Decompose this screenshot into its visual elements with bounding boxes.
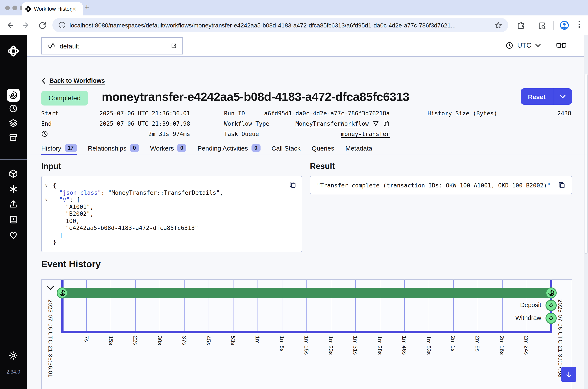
namespace-selector[interactable]: default: [41, 37, 183, 55]
url-text[interactable]: localhost:8080/namespaces/default/workfl…: [69, 22, 494, 29]
meta-value: 2025-07-06 UTC 21:36:36.01: [99, 110, 190, 117]
result-box: "Transfer complete (transaction IDs: OKW…: [310, 176, 572, 194]
sidebar-item-namespaces[interactable]: [0, 169, 27, 178]
tick-label: 1m 23s: [328, 336, 334, 355]
tick-label: 2m 16s: [499, 336, 505, 355]
meta-label: Workflow Type: [224, 120, 269, 127]
status-badge: Completed: [41, 91, 88, 105]
workflow-title: moneytransfer-e4242aa5-b08d-4183-a472-df…: [102, 90, 409, 104]
sidebar-item-nexus[interactable]: [0, 184, 27, 194]
tab-close-icon[interactable]: ×: [72, 5, 76, 12]
tick-label: 37s: [181, 336, 188, 345]
back-to-workflows-link[interactable]: Back to Workflows: [42, 77, 105, 84]
tab-search-icon[interactable]: [538, 21, 546, 30]
tab-label: Call Stack: [272, 144, 300, 152]
tab-count-badge: 17: [65, 144, 77, 152]
browser-toolbar: localhost:8080/namespaces/default/workfl…: [0, 15, 588, 35]
sidebar-item-workflows[interactable]: [0, 89, 27, 102]
copy-icon[interactable]: [383, 120, 390, 127]
timeline-start-timestamp: 2025-07-06 UTC 21:36:36.01: [47, 299, 54, 377]
gridline: [160, 280, 160, 331]
tab-pending-activities[interactable]: Pending Activities0: [197, 143, 260, 154]
result-heading: Result: [310, 162, 335, 171]
json-text: "B2002",: [66, 210, 94, 217]
new-tab-button[interactable]: +: [85, 2, 89, 12]
namespace-open-button[interactable]: [165, 38, 182, 54]
gridline: [86, 280, 87, 331]
json-line: "B2002",: [42, 210, 302, 217]
version-label: 2.34.0: [0, 369, 27, 374]
labs-mode-toggle[interactable]: [556, 35, 567, 56]
profile-avatar-icon[interactable]: [560, 21, 569, 30]
tab-queries[interactable]: Queries: [311, 143, 334, 154]
temporal-logo-icon[interactable]: [0, 45, 27, 57]
reset-menu-button[interactable]: [553, 88, 572, 105]
tab-count-badge: 0: [130, 144, 139, 152]
tab-history[interactable]: History17: [41, 143, 77, 155]
sidebar-item-schedules[interactable]: [0, 104, 27, 113]
json-text: }: [53, 238, 56, 245]
task-queue-link[interactable]: money-transfer: [341, 130, 390, 137]
tab-workers[interactable]: Workers0: [150, 143, 186, 154]
json-key: "json_class": [59, 189, 101, 196]
json-line: ]: [42, 231, 302, 238]
collapse-chevron-icon[interactable]: ∨: [45, 196, 48, 203]
forward-icon[interactable]: [22, 21, 30, 29]
result-value: "Transfer complete (transaction IDs: OKW…: [317, 182, 558, 189]
window-close-button[interactable]: [5, 5, 10, 10]
sidebar-item-archive[interactable]: [0, 133, 27, 142]
meta-start-row: Start 2025-07-06 UTC 21:36:36.01: [41, 108, 190, 118]
window-minimize-button[interactable]: [12, 5, 17, 10]
toolbar-divider: [531, 21, 531, 30]
workflow-start-marker[interactable]: [57, 287, 68, 298]
gridline: [404, 280, 405, 331]
workflow-span-bar[interactable]: [62, 288, 551, 298]
timezone-selector[interactable]: UTC: [506, 35, 541, 56]
input-payload-box: ∨{"json_class": "MoneyTransfer::Transfer…: [41, 176, 302, 252]
timeline-axis: [61, 331, 552, 333]
workflow-end-marker[interactable]: [546, 287, 557, 298]
sidebar-item-deployments[interactable]: [0, 118, 27, 128]
temporal-favicon-icon: [25, 6, 31, 12]
sidebar-item-feedback[interactable]: [0, 230, 27, 240]
tab-label: Relationships: [88, 144, 126, 152]
sidebar-item-docs[interactable]: [0, 215, 27, 224]
meta-duration-row: 2m 31s 974ms: [41, 129, 190, 139]
back-icon[interactable]: [6, 21, 14, 29]
json-text: ]: [59, 231, 63, 238]
gridline: [136, 280, 136, 331]
deposit-marker[interactable]: [546, 300, 557, 311]
reload-icon[interactable]: [39, 21, 46, 29]
tick-label: 1m 46s: [401, 336, 408, 355]
tab-relationships[interactable]: Relationships0: [88, 143, 139, 154]
workflow-type-link[interactable]: MoneyTransferWorkflow: [296, 120, 369, 127]
timeline-expand-chevron-icon[interactable]: [47, 286, 54, 290]
collapse-chevron-icon[interactable]: ∨: [45, 182, 48, 189]
copy-icon[interactable]: [289, 181, 296, 188]
scrollbar-thumb[interactable]: [585, 74, 588, 254]
page-scrollbar[interactable]: [584, 35, 588, 389]
extensions-icon[interactable]: [517, 21, 525, 30]
bookmark-star-icon[interactable]: [494, 21, 502, 29]
tick-label: 2m 9s: [474, 336, 481, 352]
tab-metadata[interactable]: Metadata: [345, 143, 372, 154]
reset-button[interactable]: Reset: [521, 88, 553, 105]
json-line: ∨{: [42, 182, 302, 189]
sidebar-item-import[interactable]: [0, 199, 27, 209]
withdraw-marker[interactable]: [546, 313, 557, 324]
browser-tab[interactable]: Workflow History | moneytran ×: [22, 2, 83, 15]
browser-menu-icon[interactable]: [579, 21, 580, 28]
namespace-current[interactable]: default: [42, 38, 165, 54]
gridline: [282, 280, 282, 331]
filter-funnel-icon[interactable]: [373, 121, 379, 127]
address-bar[interactable]: localhost:8080/namespaces/default/workfl…: [52, 18, 508, 32]
gridline: [184, 280, 185, 331]
workflow-metadata: Start 2025-07-06 UTC 21:36:36.01 End 202…: [41, 108, 572, 141]
tick-label: 1m 8s: [279, 336, 285, 352]
scroll-to-bottom-button[interactable]: [561, 367, 576, 382]
namespace-name: default: [60, 42, 79, 50]
tab-call-stack[interactable]: Call Stack: [272, 143, 300, 154]
copy-icon[interactable]: [558, 181, 565, 189]
theme-toggle-sun-icon[interactable]: [0, 351, 27, 360]
site-info-icon[interactable]: [58, 21, 66, 29]
